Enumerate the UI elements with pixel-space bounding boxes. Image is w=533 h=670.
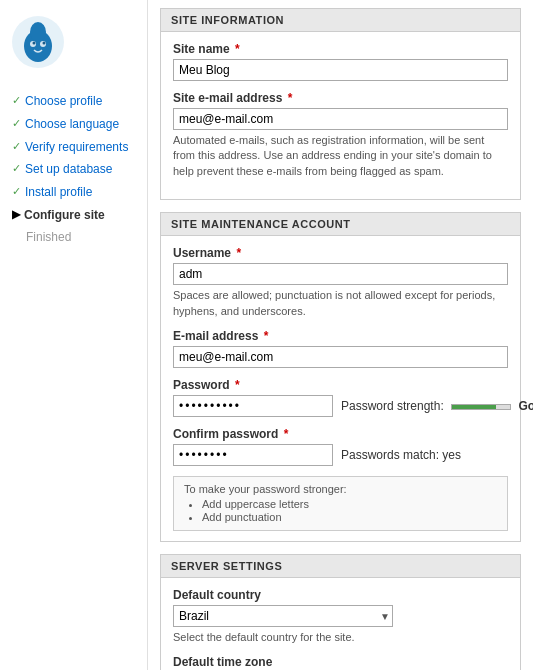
password-tips-title: To make your password stronger: <box>184 483 347 495</box>
confirm-password-row: Passwords match: yes <box>173 444 508 466</box>
sidebar-item-install-profile[interactable]: ✓ Install profile <box>12 184 137 201</box>
svg-point-5 <box>33 42 36 45</box>
sidebar-item-label[interactable]: Set up database <box>25 161 112 178</box>
svg-point-6 <box>43 42 46 45</box>
site-maintenance-section: SITE MAINTENANCE ACCOUNT Username * Spac… <box>160 212 521 542</box>
server-settings-body: Default country Brazil ▼ Select the defa… <box>161 578 520 670</box>
main-content: SITE INFORMATION Site name * Site e-mail… <box>148 0 533 670</box>
sidebar-item-configure-site[interactable]: ▶ Configure site <box>12 207 137 224</box>
default-country-hint: Select the default country for the site. <box>173 630 508 645</box>
password-tip-item: Add uppercase letters <box>202 498 497 510</box>
required-indicator: * <box>264 329 269 343</box>
site-maintenance-body: Username * Spaces are allowed; punctuati… <box>161 236 520 541</box>
username-input[interactable] <box>173 263 508 285</box>
sidebar-item-label: Configure site <box>24 207 105 224</box>
sidebar: ✓ Choose profile ✓ Choose language ✓ Ver… <box>0 0 148 670</box>
site-maintenance-title: SITE MAINTENANCE ACCOUNT <box>161 213 520 236</box>
default-country-label: Default country <box>173 588 508 602</box>
site-information-section: SITE INFORMATION Site name * Site e-mail… <box>160 8 521 200</box>
passwords-match-text: Passwords match: yes <box>341 448 461 462</box>
password-tips-box: To make your password stronger: Add uppe… <box>173 476 508 531</box>
sidebar-item-finished: Finished <box>26 230 137 244</box>
strength-bar-container <box>451 404 511 410</box>
default-country-select-wrapper[interactable]: Brazil ▼ <box>173 605 393 627</box>
confirm-password-label: Confirm password * <box>173 427 508 441</box>
sidebar-item-label[interactable]: Install profile <box>25 184 92 201</box>
sidebar-item-choose-language[interactable]: ✓ Choose language <box>12 116 137 133</box>
sidebar-item-label[interactable]: Verify requirements <box>25 139 128 156</box>
logo <box>12 10 137 77</box>
default-timezone-group: Default time zone America/Sao Paulo: Sun… <box>173 655 508 670</box>
password-tip-item: Add punctuation <box>202 511 497 523</box>
sidebar-item-label[interactable]: Choose profile <box>25 93 102 110</box>
site-name-input[interactable] <box>173 59 508 81</box>
password-tips-list: Add uppercase letters Add punctuation <box>202 498 497 523</box>
site-email-hint: Automated e-mails, such as registration … <box>173 133 508 179</box>
strength-label: Good <box>518 399 533 413</box>
password-group: Password * Password strength: Good <box>173 378 508 417</box>
check-icon: ✓ <box>12 93 21 108</box>
server-settings-section: SERVER SETTINGS Default country Brazil ▼… <box>160 554 521 670</box>
check-icon: ✓ <box>12 161 21 176</box>
required-indicator: * <box>284 427 289 441</box>
site-email-input[interactable] <box>173 108 508 130</box>
sidebar-item-set-up-database[interactable]: ✓ Set up database <box>12 161 137 178</box>
default-country-group: Default country Brazil ▼ Select the defa… <box>173 588 508 645</box>
site-information-title: SITE INFORMATION <box>161 9 520 32</box>
site-email-group: Site e-mail address * Automated e-mails,… <box>173 91 508 179</box>
password-strength-indicator: Password strength: Good <box>341 399 533 413</box>
confirm-password-group: Confirm password * Passwords match: yes <box>173 427 508 466</box>
strength-bar <box>452 405 496 409</box>
password-row: Password strength: Good <box>173 395 508 417</box>
svg-point-2 <box>30 22 46 42</box>
site-name-group: Site name * <box>173 42 508 81</box>
site-email-label: Site e-mail address * <box>173 91 508 105</box>
confirm-password-input[interactable] <box>173 444 333 466</box>
password-label: Password * <box>173 378 508 392</box>
arrow-icon: ▶ <box>12 207 20 222</box>
site-information-body: Site name * Site e-mail address * Automa… <box>161 32 520 199</box>
required-indicator: * <box>235 378 240 392</box>
site-name-label: Site name * <box>173 42 508 56</box>
username-group: Username * Spaces are allowed; punctuati… <box>173 246 508 319</box>
required-indicator: * <box>288 91 293 105</box>
sidebar-item-choose-profile[interactable]: ✓ Choose profile <box>12 93 137 110</box>
admin-email-label: E-mail address * <box>173 329 508 343</box>
required-indicator: * <box>235 42 240 56</box>
default-timezone-label: Default time zone <box>173 655 508 669</box>
admin-email-group: E-mail address * <box>173 329 508 368</box>
admin-email-input[interactable] <box>173 346 508 368</box>
password-input[interactable] <box>173 395 333 417</box>
required-indicator: * <box>236 246 241 260</box>
check-icon: ✓ <box>12 116 21 131</box>
username-label: Username * <box>173 246 508 260</box>
sidebar-item-label[interactable]: Choose language <box>25 116 119 133</box>
username-hint: Spaces are allowed; punctuation is not a… <box>173 288 508 319</box>
server-settings-title: SERVER SETTINGS <box>161 555 520 578</box>
default-country-select[interactable]: Brazil <box>173 605 393 627</box>
sidebar-item-label: Finished <box>26 230 71 244</box>
check-icon: ✓ <box>12 139 21 154</box>
sidebar-item-verify-requirements[interactable]: ✓ Verify requirements <box>12 139 137 156</box>
check-icon: ✓ <box>12 184 21 199</box>
